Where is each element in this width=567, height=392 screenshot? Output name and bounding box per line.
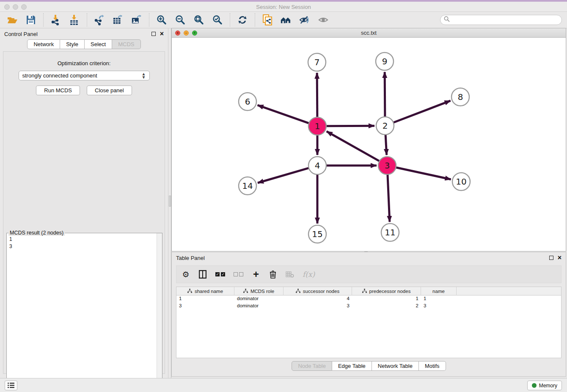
column-header-successor-nodes[interactable]: successor nodes xyxy=(284,287,352,295)
close-table-panel-icon[interactable]: × xyxy=(558,256,561,260)
edge-1-7[interactable] xyxy=(317,73,317,117)
edge-3-1[interactable] xyxy=(327,131,380,161)
cell-shared-name[interactable]: 3 xyxy=(176,303,234,310)
zoom-out-icon[interactable] xyxy=(175,14,186,25)
edge-1-2[interactable] xyxy=(326,126,374,126)
cell-name[interactable]: 3 xyxy=(421,303,457,310)
export-table-icon[interactable] xyxy=(113,14,124,25)
main-toolbar xyxy=(0,12,567,28)
column-header-predecessor-nodes[interactable]: predecessor nodes xyxy=(352,287,421,295)
cell-successor-nodes[interactable]: 4 xyxy=(284,295,352,303)
close-panel-icon[interactable]: × xyxy=(160,32,164,36)
mcds-result-text[interactable]: 1 3 xyxy=(7,234,157,392)
svg-text:2: 2 xyxy=(383,121,388,131)
graph-node-9[interactable]: 9 xyxy=(376,52,394,70)
refresh-icon[interactable] xyxy=(237,14,248,25)
cell-predecessor-nodes[interactable]: 2 xyxy=(352,303,421,310)
graph-node-4[interactable]: 4 xyxy=(308,157,326,174)
delete-column-icon[interactable] xyxy=(269,270,277,279)
zoom-fit-icon[interactable] xyxy=(193,14,204,25)
graph-node-2[interactable]: 2 xyxy=(376,117,394,135)
criterion-selected-value: strongly connected component xyxy=(22,72,97,79)
graph-node-14[interactable]: 14 xyxy=(239,177,256,195)
edge-2-9[interactable] xyxy=(385,72,385,117)
tab-network[interactable]: Network xyxy=(27,39,60,49)
edge-3-11[interactable] xyxy=(388,174,390,222)
open-session-icon[interactable] xyxy=(7,14,18,25)
cell-name[interactable]: 1 xyxy=(421,295,457,303)
table-panel: Table Panel × ⚙ ✓✓ + f(x) shared nameMCD… xyxy=(171,252,566,377)
graph-node-8[interactable]: 8 xyxy=(451,88,469,106)
network-overview-icon[interactable] xyxy=(281,14,292,25)
zoom-in-icon[interactable] xyxy=(156,14,167,25)
vertical-splitter[interactable] xyxy=(168,28,171,378)
column-label: MCDS role xyxy=(250,289,274,294)
column-header-shared-name[interactable]: shared name xyxy=(176,287,234,295)
hide-panels-icon[interactable] xyxy=(299,14,310,25)
float-panel-icon[interactable] xyxy=(151,32,156,36)
cell-shared-name[interactable]: 1 xyxy=(176,295,234,303)
network-graph-canvas[interactable]: 7968124314101511 xyxy=(172,38,566,251)
memory-button[interactable]: Memory xyxy=(527,381,562,390)
tab-motifs[interactable]: Motifs xyxy=(419,361,446,371)
svg-text:14: 14 xyxy=(242,181,253,191)
node-table: shared nameMCDS rolesuccessor nodesprede… xyxy=(176,287,561,358)
graph-node-6[interactable]: 6 xyxy=(239,93,256,110)
tab-edge-table[interactable]: Edge Table xyxy=(332,361,372,371)
graph-node-11[interactable]: 11 xyxy=(381,224,399,241)
close-panel-button[interactable]: Close panel xyxy=(87,86,132,95)
search-field[interactable] xyxy=(440,15,562,25)
graph-node-3[interactable]: 3 xyxy=(378,157,396,174)
edge-4-14[interactable] xyxy=(258,168,309,183)
import-network-icon[interactable] xyxy=(50,14,61,25)
search-input[interactable] xyxy=(452,17,558,23)
clear-checkboxes-icon[interactable] xyxy=(234,270,243,279)
save-session-icon[interactable] xyxy=(25,14,36,25)
export-network-icon[interactable] xyxy=(94,14,105,25)
criterion-select[interactable]: strongly connected component ▲▼ xyxy=(19,71,150,80)
tab-network-table[interactable]: Network Table xyxy=(372,361,419,371)
edge-3-10[interactable] xyxy=(396,167,451,179)
column-label: name xyxy=(432,289,445,294)
mcds-tab-content: Optimization criterion: strongly connect… xyxy=(3,51,165,374)
tab-mcds[interactable]: MCDS xyxy=(112,39,140,49)
app-titlebar: Session: New Session xyxy=(0,0,567,12)
task-history-button[interactable] xyxy=(5,381,17,390)
column-label: successor nodes xyxy=(303,289,339,294)
table-row-1[interactable]: 3dominator323 xyxy=(176,303,561,310)
column-label: shared name xyxy=(195,289,223,294)
vertical-splitter-grip[interactable] xyxy=(169,196,171,207)
zoom-selected-icon[interactable] xyxy=(212,14,223,25)
cell-MCDS-role[interactable]: dominator xyxy=(234,295,284,303)
edge-2-8[interactable] xyxy=(394,101,451,123)
graph-node-7[interactable]: 7 xyxy=(308,53,326,71)
column-header-name[interactable]: name xyxy=(421,287,457,295)
column-header-MCDS-role[interactable]: MCDS role xyxy=(234,287,284,295)
graph-node-1[interactable]: 1 xyxy=(308,117,326,135)
split-column-icon[interactable] xyxy=(198,270,207,279)
edge-1-6[interactable] xyxy=(258,105,309,123)
gear-icon[interactable]: ⚙ xyxy=(182,270,190,279)
cell-predecessor-nodes[interactable]: 1 xyxy=(352,295,421,303)
network-window-titlebar[interactable]: × − + scc.txt xyxy=(172,28,566,38)
select-all-checkboxes-icon[interactable]: ✓✓ xyxy=(215,270,225,279)
table-row-0[interactable]: 1dominator411 xyxy=(176,295,561,303)
float-table-panel-icon[interactable] xyxy=(549,256,553,260)
edge-2-3[interactable] xyxy=(385,135,387,155)
cell-MCDS-role[interactable]: dominator xyxy=(234,303,284,310)
add-column-icon[interactable]: + xyxy=(252,270,260,279)
mcds-result-scrollbar[interactable] xyxy=(157,233,162,392)
export-image-icon[interactable] xyxy=(131,14,142,25)
import-table-icon[interactable] xyxy=(69,14,80,25)
graph-node-10[interactable]: 10 xyxy=(452,173,470,190)
run-mcds-button[interactable]: Run MCDS xyxy=(36,86,80,95)
duplicate-network-icon[interactable] xyxy=(262,14,273,25)
delete-table-icon xyxy=(286,270,294,279)
memory-label: Memory xyxy=(539,383,557,389)
tab-node-table[interactable]: Node Table xyxy=(292,361,332,371)
cell-successor-nodes[interactable]: 3 xyxy=(284,303,352,310)
search-icon xyxy=(444,16,450,24)
graph-node-15[interactable]: 15 xyxy=(308,225,326,243)
tab-select[interactable]: Select xyxy=(85,39,112,49)
tab-style[interactable]: Style xyxy=(60,39,85,49)
